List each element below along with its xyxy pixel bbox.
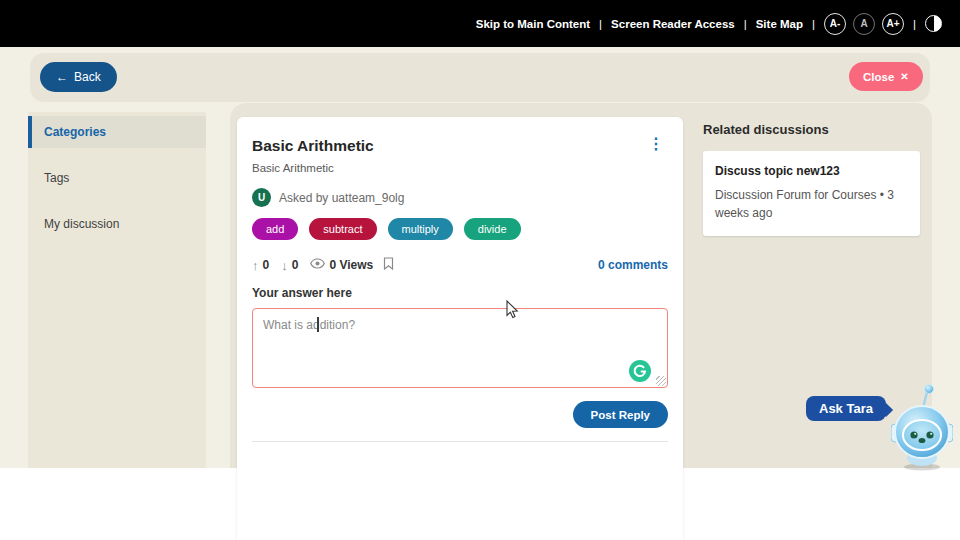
resize-handle[interactable] [656, 376, 666, 386]
sidebar: Categories Tags My discussion [28, 112, 206, 468]
back-button-label: Back [74, 70, 101, 84]
discussion-subtitle: Basic Arithmetic [252, 162, 668, 174]
sidebar-item-categories[interactable]: Categories [28, 116, 206, 148]
upvote-icon[interactable]: ↑ [252, 258, 259, 273]
asked-by-row: U Asked by uatteam_9olg [252, 188, 668, 207]
mouse-cursor [506, 300, 519, 323]
related-item-meta: Discussion Forum for Courses • 3 weeks a… [715, 186, 908, 222]
views-eye-icon [310, 258, 325, 272]
downvote-icon[interactable]: ↓ [281, 258, 288, 273]
stats-row: ↑ 0 ↓ 0 0 Views 0 comments [252, 257, 668, 273]
tag-divide[interactable]: divide [464, 218, 521, 240]
sidebar-item-my-discussion[interactable]: My discussion [28, 208, 206, 240]
tag-add[interactable]: add [252, 218, 298, 240]
back-arrow-icon: ← [56, 70, 68, 84]
tag-subtract[interactable]: subtract [309, 218, 376, 240]
meta-bullet: • [880, 188, 884, 202]
font-default-button[interactable]: A [853, 13, 875, 35]
ask-tara-button[interactable]: Ask Tara [806, 396, 886, 421]
bookmark-icon[interactable] [383, 257, 394, 273]
screen-reader-link[interactable]: Screen Reader Access [611, 18, 735, 30]
font-decrease-button[interactable]: A- [824, 13, 846, 35]
user-avatar: U [252, 188, 271, 207]
text-caret [317, 317, 319, 332]
related-discussions-panel: Related discussions Discuss topic new123… [703, 122, 920, 236]
downvote-count: 0 [292, 258, 299, 272]
close-button[interactable]: Close ✕ [849, 62, 923, 91]
card-divider [252, 441, 668, 442]
asked-by-label: Asked by uatteam_9olg [279, 191, 404, 205]
related-heading: Related discussions [703, 122, 920, 137]
kebab-menu-icon[interactable]: ⋮ [644, 137, 668, 151]
comments-link[interactable]: 0 comments [598, 258, 668, 272]
back-button[interactable]: ← Back [40, 62, 117, 92]
answer-label: Your answer here [252, 286, 668, 300]
separator: | [913, 18, 916, 30]
upvote-count: 0 [263, 258, 270, 272]
page: Skip to Main Content | Screen Reader Acc… [0, 0, 960, 540]
related-item-title: Discuss topic new123 [715, 164, 908, 178]
contrast-toggle-icon[interactable] [925, 15, 942, 32]
tara-robot-mascot[interactable] [891, 380, 953, 476]
post-reply-button[interactable]: Post Reply [573, 401, 668, 428]
discussion-title: Basic Arithmetic [252, 137, 374, 155]
header-band [30, 53, 930, 102]
close-x-icon: ✕ [900, 71, 908, 82]
tag-row: add subtract multiply divide [252, 218, 668, 240]
accessibility-topbar: Skip to Main Content | Screen Reader Acc… [0, 0, 960, 47]
separator: | [812, 18, 815, 30]
discussion-card: Basic Arithmetic ⋮ Basic Arithmetic U As… [237, 117, 683, 540]
skip-to-content-link[interactable]: Skip to Main Content [476, 18, 590, 30]
answer-text: What is addition? [263, 318, 355, 332]
related-discussion-item[interactable]: Discuss topic new123 Discussion Forum fo… [703, 151, 920, 236]
grammarly-icon[interactable] [629, 360, 651, 382]
related-item-source: Discussion Forum for Courses [715, 188, 876, 202]
site-map-link[interactable]: Site Map [756, 18, 803, 30]
close-button-label: Close [863, 71, 894, 83]
separator: | [744, 18, 747, 30]
views-count: 0 Views [329, 258, 373, 272]
answer-textarea[interactable]: What is addition? [252, 308, 668, 388]
tag-multiply[interactable]: multiply [388, 218, 453, 240]
font-increase-button[interactable]: A+ [882, 13, 904, 35]
sidebar-item-tags[interactable]: Tags [28, 162, 206, 194]
separator: | [599, 18, 602, 30]
